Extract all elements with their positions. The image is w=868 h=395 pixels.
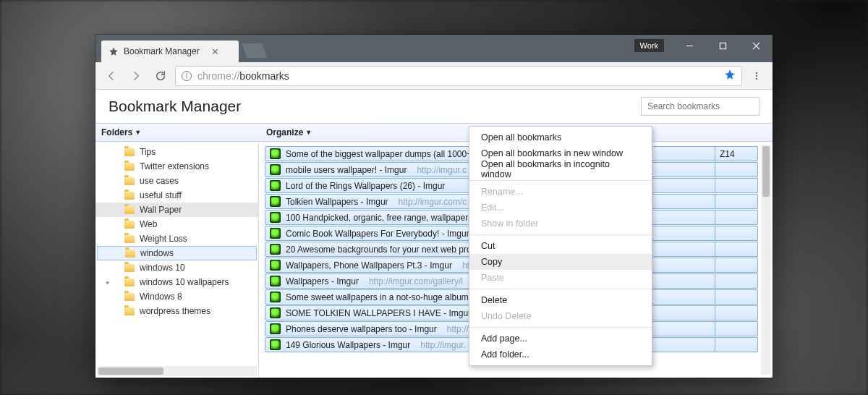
maximize-button[interactable]	[706, 35, 739, 56]
minimize-button[interactable]	[673, 35, 706, 56]
bookmark-item[interactable]: Z14	[715, 146, 758, 161]
bookmark-title: Tolkien Wallpapers - Imgur	[286, 197, 388, 207]
favicon-icon	[270, 244, 281, 255]
favicon-icon	[270, 228, 281, 239]
profile-badge[interactable]: Work	[634, 39, 664, 52]
folder-label: Weight Loss	[140, 234, 187, 244]
nav-toolbar: chrome://bookmarks	[95, 62, 773, 90]
bookmark-item[interactable]	[715, 258, 758, 273]
folder-label: use cases	[140, 176, 179, 186]
scrollbar-thumb[interactable]	[762, 146, 770, 197]
bookmark-item[interactable]	[715, 162, 758, 177]
tab-title: Bookmark Manager	[124, 46, 200, 56]
url-scheme: chrome://	[197, 70, 239, 82]
folder-item[interactable]: Windows 8	[95, 289, 258, 304]
folder-label: Web	[140, 219, 157, 229]
back-button[interactable]	[101, 66, 122, 86]
vertical-scrollbar[interactable]	[761, 145, 771, 375]
bookmark-item[interactable]	[715, 226, 758, 241]
folder-item[interactable]: windows 10	[95, 260, 258, 275]
menu-open-all[interactable]: Open all bookmarks	[469, 129, 652, 145]
menu-delete[interactable]: Delete	[469, 292, 652, 308]
folders-dropdown[interactable]: Folders▼	[95, 124, 259, 141]
bookmark-item[interactable]	[715, 178, 758, 193]
favicon-icon	[270, 212, 281, 223]
svg-point-4	[756, 72, 757, 73]
address-bar[interactable]: chrome://bookmarks	[175, 66, 742, 86]
folder-item[interactable]: Web	[95, 217, 258, 232]
folder-icon	[124, 177, 135, 185]
folder-item[interactable]: useful stuff	[95, 188, 258, 203]
folder-icon	[124, 148, 135, 156]
bookmark-item[interactable]	[715, 321, 758, 336]
folder-label: wordpress themes	[140, 306, 210, 316]
favicon-icon	[270, 323, 281, 334]
folder-item[interactable]: Tips	[95, 145, 258, 159]
search-input[interactable]	[641, 97, 760, 116]
favicon-icon	[270, 164, 281, 175]
folder-icon	[124, 163, 135, 171]
bookmark-title: Wallpapers, Phone Wallpapers Pt.3 - Imgu…	[286, 260, 452, 271]
bookmark-item[interactable]	[715, 194, 758, 209]
favicon-icon	[270, 276, 281, 286]
star-icon	[109, 46, 119, 56]
folder-item[interactable]: use cases	[95, 174, 258, 188]
folder-item[interactable]: wordpress themes	[95, 304, 258, 318]
folder-label: Windows 8	[140, 292, 182, 302]
horizontal-scrollbar[interactable]	[97, 366, 257, 376]
menu-add-page[interactable]: Add page...	[469, 331, 652, 347]
folder-label: Wall Paper	[140, 205, 182, 215]
bookmark-item[interactable]	[715, 242, 758, 257]
folder-item[interactable]: Twitter extensions	[95, 159, 258, 174]
folder-item[interactable]: Weight Loss	[95, 232, 258, 246]
reload-button[interactable]	[150, 66, 171, 86]
title-bar: Bookmark Manager ✕ Work	[95, 35, 773, 62]
bookmark-title: SOME TOLKIEN WALLPAPERS I HAVE - Imgur	[286, 308, 471, 318]
folder-label: windows	[140, 248, 174, 258]
folder-icon	[124, 279, 135, 286]
menu-open-incognito[interactable]: Open all bookmarks in incognito window	[469, 161, 652, 177]
bookmark-manager-page: Bookmark Manager Folders▼ Organize▼ Tips…	[95, 90, 773, 378]
folder-item[interactable]: Wall Paper	[95, 203, 258, 217]
menu-add-folder[interactable]: Add folder...	[469, 347, 652, 362]
favicon-icon	[270, 196, 281, 207]
close-window-button[interactable]	[739, 35, 773, 56]
browser-tab[interactable]: Bookmark Manager ✕	[101, 41, 239, 62]
bookmark-title: 100 Handpicked, organic, free range, wal…	[286, 213, 478, 223]
menu-cut[interactable]: Cut	[469, 238, 652, 254]
window-controls	[673, 35, 773, 56]
folder-icon	[124, 235, 135, 243]
bookmark-item[interactable]	[715, 289, 758, 305]
folder-icon	[124, 293, 135, 301]
bookmark-title: Phones deserve wallpapers too - Imgur	[286, 324, 437, 334]
folder-item[interactable]: ▸windows 10 wallpapers	[95, 275, 258, 289]
bookmark-item[interactable]	[715, 337, 758, 352]
folder-label: Twitter extensions	[140, 161, 209, 171]
context-menu: Open all bookmarks Open all bookmarks in…	[469, 126, 652, 366]
menu-copy[interactable]: Copy	[469, 254, 652, 270]
bookmark-star-icon[interactable]	[724, 69, 736, 82]
bookmark-item[interactable]	[715, 210, 758, 225]
page-header: Bookmark Manager	[95, 90, 773, 123]
folders-pane: TipsTwitter extensionsuse casesuseful st…	[95, 142, 259, 378]
bookmark-url: http://imgur.com/gallery/l	[369, 276, 463, 286]
forward-button[interactable]	[126, 66, 146, 86]
folder-label: windows 10 wallpapers	[140, 277, 229, 287]
favicon-icon	[270, 260, 281, 271]
scrollbar-thumb[interactable]	[98, 368, 163, 375]
folder-label: Tips	[140, 147, 156, 157]
bookmark-item[interactable]	[715, 273, 758, 289]
favicon-icon	[270, 180, 281, 191]
site-info-icon[interactable]	[182, 71, 192, 81]
menu-paste: Paste	[469, 270, 652, 286]
new-tab-button[interactable]	[242, 43, 267, 58]
folder-item[interactable]: windows	[97, 246, 257, 260]
folder-icon	[124, 264, 135, 272]
browser-menu-button[interactable]	[746, 66, 767, 86]
bookmark-title: Z14	[720, 149, 735, 159]
chevron-down-icon: ▼	[305, 129, 312, 136]
folder-icon	[124, 206, 135, 214]
close-tab-icon[interactable]: ✕	[210, 46, 221, 57]
expand-caret-icon[interactable]: ▸	[104, 279, 111, 286]
bookmark-item[interactable]	[715, 305, 758, 320]
